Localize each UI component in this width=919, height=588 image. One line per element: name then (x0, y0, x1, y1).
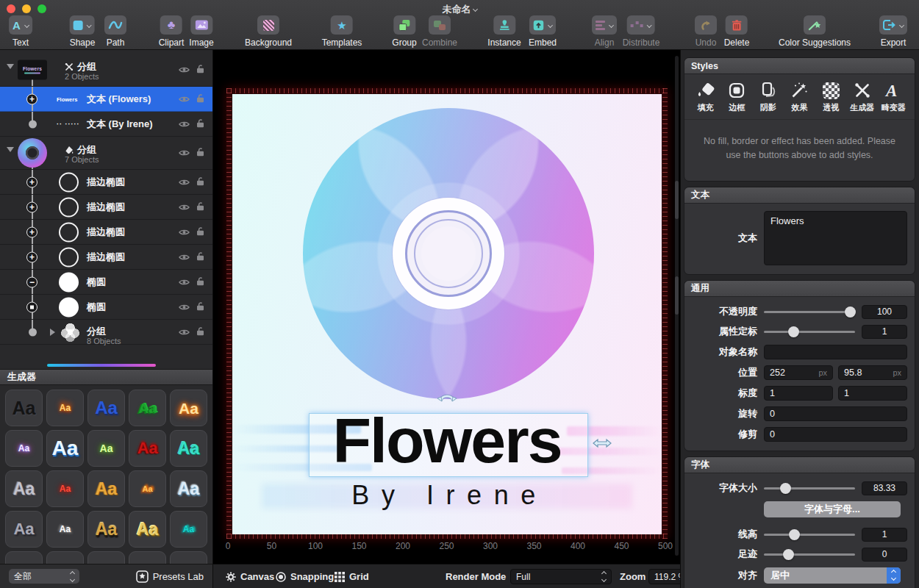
style-button-fill[interactable]: 填充 (690, 81, 720, 113)
visibility-eye-icon[interactable] (179, 63, 190, 76)
tracking-value[interactable]: 0 (862, 548, 907, 562)
preset-tile-blue[interactable]: Aa (87, 390, 125, 426)
preset-tile-tealoutline[interactable]: Aa (170, 430, 207, 467)
lock-icon[interactable] (196, 118, 205, 131)
artboard[interactable]: Flowers By Irene (232, 94, 662, 534)
vertical-scrollbar[interactable] (675, 56, 679, 556)
toolbar-button-templates[interactable]: ★Templates (322, 15, 362, 48)
visibility-eye-icon[interactable] (179, 118, 190, 131)
preset-tile-spikyorange[interactable]: Aa (129, 470, 166, 507)
canvas-viewport[interactable]: Flowers By Irene 05010015020025030035040… (213, 50, 680, 588)
layer-connector-plus-icon[interactable]: + (26, 176, 37, 187)
preset-tile[interactable] (129, 551, 166, 564)
position-x-input[interactable]: 252px (764, 365, 833, 380)
tracking-slider[interactable] (764, 549, 855, 560)
snapping-button[interactable]: Snapping (276, 564, 334, 588)
canvas-settings-button[interactable]: Canvas (226, 564, 274, 588)
preset-tile-ice[interactable]: Aa (170, 470, 207, 507)
render-mode-dropdown[interactable]: Full (510, 569, 612, 584)
text-content-input[interactable]: Flowers (764, 211, 907, 265)
toolbar-button-group[interactable]: Group (392, 15, 416, 48)
visibility-eye-icon[interactable] (179, 176, 190, 189)
layer-connector-plus-icon[interactable]: + (26, 226, 37, 237)
toolbar-button-delete[interactable]: Delete (724, 15, 750, 48)
trim-input[interactable]: 0 (764, 427, 907, 442)
layer-connector-plus-icon[interactable]: + (26, 251, 37, 262)
align-dropdown[interactable]: 居中 (764, 567, 901, 584)
layer-connector-plus-icon[interactable]: + (26, 201, 37, 212)
preset-filter-dropdown[interactable]: 全部 (9, 569, 79, 584)
line-height-value[interactable]: 1 (862, 528, 907, 542)
style-button-effects[interactable]: 效果 (784, 81, 815, 113)
preset-tile[interactable] (170, 551, 207, 564)
layer-row[interactable]: +描边椭圆 (0, 195, 212, 220)
layer-row[interactable]: +描边椭圆 (0, 245, 212, 270)
lock-icon[interactable] (196, 226, 205, 239)
disclosure-triangle-icon[interactable] (7, 147, 14, 152)
preset-tile-fire[interactable]: Aa (46, 390, 84, 426)
visibility-eye-icon[interactable] (179, 251, 190, 264)
preset-tile-gold[interactable]: Aa (87, 470, 125, 507)
layer-row[interactable]: +描边椭圆 (0, 170, 212, 195)
style-button-generator[interactable]: 生成器 (847, 81, 877, 113)
font-and-letters-button[interactable]: 字体与字母... (764, 501, 901, 517)
visibility-eye-icon[interactable] (179, 301, 190, 314)
toolbar-button-image[interactable]: Image (189, 15, 213, 48)
toolbar-button-embed[interactable]: Embed (529, 15, 557, 48)
font-size-slider[interactable] (764, 483, 855, 494)
preset-tile-darkstone[interactable]: Aa (5, 511, 43, 548)
layer-connector-plus-icon[interactable]: + (26, 93, 37, 104)
layer-row[interactable]: 分组8 Objects (0, 320, 212, 345)
layer-row[interactable]: 椭圆 (0, 295, 212, 320)
layer-row[interactable]: 分组7 Objects (0, 137, 212, 170)
preset-tile-tealsplat[interactable]: Aa (170, 511, 207, 548)
toolbar-button-text[interactable]: AText (9, 15, 32, 48)
visibility-eye-icon[interactable] (179, 226, 190, 239)
preset-tile-golddark[interactable]: Aa (87, 511, 125, 548)
toolbar-button-shape[interactable]: Shape (70, 15, 96, 48)
preset-tile-stone[interactable]: Aa (5, 470, 43, 507)
visibility-eye-icon[interactable] (179, 146, 190, 159)
attr-scale-value[interactable]: 1 (862, 325, 907, 339)
visibility-eye-icon[interactable] (179, 326, 190, 339)
resize-handle-icon[interactable] (593, 438, 612, 451)
lock-icon[interactable] (196, 276, 205, 289)
position-y-input[interactable]: 95.8px (838, 365, 907, 380)
lock-icon[interactable] (196, 176, 205, 189)
layer-row[interactable]: −椭圆 (0, 270, 212, 295)
style-button-border[interactable]: 边框 (722, 81, 752, 113)
layer-connector-square-icon[interactable] (26, 301, 37, 312)
style-button-perspective[interactable]: 透视 (816, 81, 846, 113)
object-name-input[interactable] (764, 345, 907, 359)
title-chevron-icon[interactable] (472, 7, 477, 12)
preset-tile-purpleglow[interactable]: Aa (5, 430, 43, 467)
lock-icon[interactable] (196, 146, 205, 159)
toolbar-button-clipart[interactable]: ♣Clipart (159, 15, 185, 48)
lock-icon[interactable] (196, 326, 205, 339)
lock-icon[interactable] (196, 201, 205, 214)
preset-tile-redglow[interactable]: Aa (46, 470, 84, 507)
toolbar-button-export[interactable]: Export (879, 15, 907, 48)
scale-y-input[interactable]: 1 (838, 386, 907, 401)
visibility-eye-icon[interactable] (179, 93, 190, 106)
preset-tile-greensplat[interactable]: Aa (129, 390, 166, 426)
disc-artwork[interactable] (303, 108, 594, 399)
preset-tile-goldcheck[interactable]: Aa (129, 511, 166, 548)
rotate-handle-icon[interactable] (437, 392, 457, 406)
lock-icon[interactable] (196, 63, 205, 76)
toolbar-button-color-suggestions[interactable]: Color Suggestions (779, 15, 851, 48)
disclosure-triangle-icon[interactable] (50, 329, 55, 336)
line-height-slider[interactable] (764, 529, 855, 540)
style-button-distorter[interactable]: A畸变器 (879, 81, 909, 113)
lock-icon[interactable] (196, 301, 205, 314)
layer-row[interactable]: +Flowers文本 (Flowers) (0, 87, 212, 112)
presets-lab-button[interactable]: Presets Lab (136, 570, 204, 583)
layer-row[interactable]: Flowers分组2 Objects (0, 54, 212, 87)
preset-tile-whitespiky[interactable]: Aa (46, 511, 84, 548)
opacity-slider[interactable] (764, 306, 855, 318)
preset-tile[interactable] (5, 551, 43, 564)
preset-tile-ink[interactable]: Aa (5, 390, 43, 426)
visibility-eye-icon[interactable] (179, 201, 190, 214)
lock-icon[interactable] (196, 93, 205, 106)
font-size-value[interactable]: 83.33 (862, 481, 907, 495)
